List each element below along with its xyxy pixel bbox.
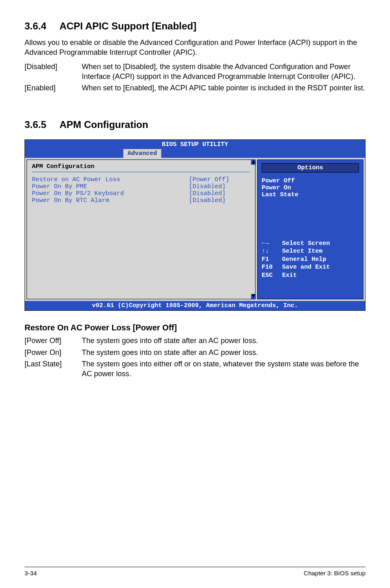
bios-option-value[interactable]: Power Off: [262, 177, 359, 184]
bios-help-line: ←→Select Screen: [262, 240, 359, 248]
bios-screenshot: BIOS SETUP UTILITY Advanced APM Configur…: [25, 139, 365, 311]
option-label: [Enabled]: [25, 83, 82, 93]
section-364-title: 3.6.4ACPI APIC Support [Enabled]: [25, 20, 365, 32]
bios-setting-label: Restore on AC Power Loss: [32, 176, 189, 183]
section-364-heading: ACPI APIC Support [Enabled]: [59, 20, 196, 31]
key-f1: F1: [262, 256, 282, 264]
bios-header: BIOS SETUP UTILITY Advanced: [25, 140, 365, 158]
option-label: [Disabled]: [25, 62, 82, 82]
bios-help-line: F10Save and Exit: [262, 263, 359, 272]
bios-config-title: APM Configuration: [32, 163, 250, 170]
option-row-disabled: [Disabled] When set to [Disabled], the s…: [25, 62, 365, 82]
help-text: General Help: [282, 256, 326, 264]
bios-right-pane: Options Power Off Power On Last State ←→…: [257, 159, 363, 299]
bios-footer: v02.61 (C)Copyright 1985-2009, American …: [25, 301, 365, 310]
section-365-title: 3.6.5APM Configuration: [25, 119, 365, 130]
help-text: Save and Exit: [282, 263, 330, 272]
bios-options-header: Options: [262, 163, 359, 173]
chapter-label: Chapter 3: BIOS setup: [304, 570, 365, 577]
option-label: [Power Off]: [25, 336, 82, 346]
bios-help-line: F1General Help: [262, 256, 359, 264]
bios-setting-label: Power On By RTC Alarm: [32, 197, 189, 204]
bios-header-title: BIOS SETUP UTILITY: [25, 140, 365, 148]
option-row-poweron: [Power On] The system goes into on state…: [25, 348, 365, 357]
bios-setting-label: Power On By PS/2 Keyboard: [32, 190, 189, 197]
scroll-down-icon[interactable]: ▼: [251, 294, 256, 299]
key-f10: F10: [262, 263, 282, 272]
bios-help-block: ←→Select Screen ↑↓Select Item F1General …: [262, 240, 359, 280]
bios-tab-advanced[interactable]: Advanced: [123, 149, 161, 158]
divider: [32, 172, 250, 172]
option-text: The system goes into off state after an …: [82, 336, 365, 346]
bios-setting-value: [Disabled]: [189, 197, 250, 204]
scroll-up-icon[interactable]: ▲: [251, 160, 256, 165]
bios-help-line: ESCExit: [262, 272, 359, 280]
help-text: Select Item: [282, 247, 323, 256]
option-row-poweroff: [Power Off] The system goes into off sta…: [25, 336, 365, 346]
section-364-number: 3.6.4: [25, 20, 46, 32]
option-text: When set to [Disabled], the system disab…: [82, 62, 365, 82]
bios-setting-value: [Power Off]: [189, 176, 250, 183]
bios-setting-row[interactable]: Power On By PME [Disabled]: [32, 183, 250, 190]
bios-help-line: ↑↓Select Item: [262, 247, 359, 256]
option-row-laststate: [Last State] The system goes into either…: [25, 359, 365, 379]
bios-option-value[interactable]: Last State: [262, 191, 359, 198]
page-footer: 3-34 Chapter 3: BIOS setup: [25, 567, 365, 577]
bios-setting-row[interactable]: Power On By PS/2 Keyboard [Disabled]: [32, 190, 250, 197]
option-text: The system goes into either off or on st…: [82, 359, 365, 379]
page-number: 3-34: [25, 570, 37, 577]
option-row-enabled: [Enabled] When set to [Enabled], the ACP…: [25, 83, 365, 93]
section-365-number: 3.6.5: [25, 119, 46, 130]
section-364-description: Allows you to enable or disable the Adva…: [25, 38, 365, 58]
bios-setting-label: Power On By PME: [32, 183, 189, 190]
section-365-heading: APM Configuration: [59, 119, 148, 130]
key-arrows-ud-icon: ↑↓: [262, 247, 282, 256]
option-label: [Last State]: [25, 359, 82, 379]
option-label: [Power On]: [25, 348, 82, 357]
bios-setting-row[interactable]: Restore on AC Power Loss [Power Off]: [32, 176, 250, 183]
bios-setting-row[interactable]: Power On By RTC Alarm [Disabled]: [32, 197, 250, 204]
bios-setting-value: [Disabled]: [189, 183, 250, 190]
key-arrows-lr-icon: ←→: [262, 240, 282, 248]
restore-heading: Restore On AC Power Loss [Power Off]: [25, 323, 365, 332]
bios-left-pane: APM Configuration Restore on AC Power Lo…: [27, 159, 256, 299]
help-text: Exit: [282, 272, 297, 280]
key-esc: ESC: [262, 272, 282, 280]
option-text: The system goes into on state after an A…: [82, 348, 365, 357]
option-text: When set to [Enabled], the ACPI APIC tab…: [82, 83, 365, 93]
help-text: Select Screen: [282, 240, 330, 248]
bios-body: APM Configuration Restore on AC Power Lo…: [25, 158, 365, 301]
bios-option-value[interactable]: Power On: [262, 184, 359, 191]
bios-setting-value: [Disabled]: [189, 190, 250, 197]
